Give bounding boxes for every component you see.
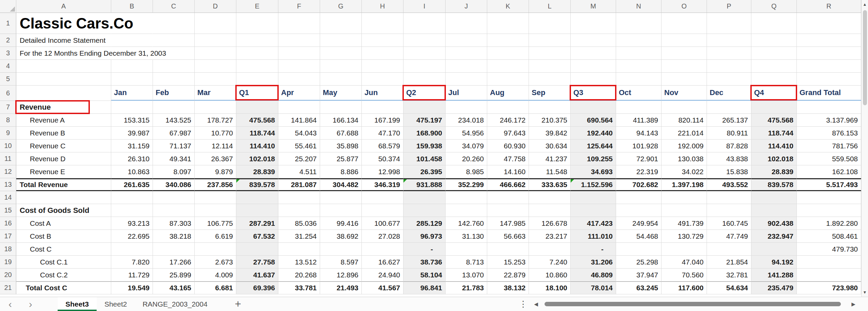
cell-D4[interactable] (195, 60, 236, 73)
cell-I18[interactable]: - (403, 243, 446, 256)
cell-P5[interactable] (707, 73, 751, 86)
cell-N10[interactable]: 101.928 (616, 140, 662, 152)
cell-I13[interactable]: 931.888 (403, 178, 446, 191)
cell-A20[interactable]: Cost C.2 (16, 269, 111, 281)
cell-K14[interactable] (487, 191, 529, 204)
cell-N21[interactable]: 63.245 (616, 281, 662, 294)
cell-H16[interactable]: 100.677 (362, 217, 403, 230)
cell-M16[interactable]: 417.423 (571, 217, 616, 230)
column-header-H[interactable]: H (362, 0, 403, 13)
cell-B16[interactable]: 93.213 (111, 217, 153, 230)
cell-H9[interactable]: 47.170 (362, 127, 403, 140)
cell-J17[interactable]: 31.130 (446, 230, 487, 243)
hscroll-right-icon[interactable]: ▶ (848, 297, 859, 311)
cell-B20[interactable]: 11.729 (111, 269, 153, 281)
cell-L10[interactable]: 30.634 (529, 140, 571, 152)
cell-N4[interactable] (616, 60, 662, 73)
cell-G15[interactable] (320, 204, 362, 217)
cell-L1[interactable] (529, 13, 571, 34)
add-sheet-button[interactable]: + (229, 297, 247, 311)
cell-K12[interactable]: 14.160 (487, 165, 529, 178)
cell-A17[interactable]: Cost B (16, 230, 111, 243)
cell-H21[interactable]: 41.567 (362, 281, 403, 294)
cell-C4[interactable] (153, 60, 195, 73)
cell-G10[interactable]: 35.898 (320, 140, 362, 152)
cell-C9[interactable]: 67.987 (153, 127, 195, 140)
cell-C10[interactable]: 71.137 (153, 140, 195, 152)
cell-M4[interactable] (571, 60, 616, 73)
cell-B9[interactable]: 39.987 (111, 127, 153, 140)
sheet-nav-next-icon[interactable]: › (20, 297, 41, 311)
column-header-Q[interactable]: Q (751, 0, 797, 13)
cell-O2[interactable] (662, 34, 707, 47)
cell-I20[interactable]: 58.104 (403, 269, 446, 281)
cell-P10[interactable]: 87.828 (707, 140, 751, 152)
cell-M3[interactable] (571, 47, 616, 60)
cell-Q8[interactable]: 475.568 (751, 114, 797, 127)
cell-D12[interactable]: 9.879 (195, 165, 236, 178)
cell-B8[interactable]: 153.315 (111, 114, 153, 127)
cell-F18[interactable] (278, 243, 320, 256)
cell-A4[interactable] (16, 60, 111, 73)
cell-A19[interactable]: Cost C.1 (16, 256, 111, 269)
cell-M1[interactable] (571, 13, 616, 34)
cell-C18[interactable] (153, 243, 195, 256)
cell-N19[interactable]: 25.298 (616, 256, 662, 269)
cell-P4[interactable] (707, 60, 751, 73)
cell-H5[interactable] (362, 73, 403, 86)
cell-J5[interactable] (446, 73, 487, 86)
cell-H15[interactable] (362, 204, 403, 217)
cell-C20[interactable]: 25.899 (153, 269, 195, 281)
cell-C15[interactable] (153, 204, 195, 217)
cell-J14[interactable] (446, 191, 487, 204)
cell-G17[interactable]: 38.692 (320, 230, 362, 243)
cell-L3[interactable] (529, 47, 571, 60)
cell-C1[interactable] (153, 13, 195, 34)
cell-L18[interactable] (529, 243, 571, 256)
row-header-1[interactable]: 1 (0, 13, 16, 34)
cell-E21[interactable]: 69.396 (236, 281, 278, 294)
cell-R4[interactable] (797, 60, 861, 73)
cell-J9[interactable]: 54.956 (446, 127, 487, 140)
cell-G16[interactable]: 99.416 (320, 217, 362, 230)
cell-M5[interactable] (571, 73, 616, 86)
cell-E17[interactable]: 67.532 (236, 230, 278, 243)
cell-A2[interactable]: Detailed Income Statement (16, 34, 111, 47)
cell-G6[interactable]: May (320, 86, 362, 101)
select-all-corner[interactable] (0, 0, 16, 13)
cell-Q12[interactable]: 28.839 (751, 165, 797, 178)
cell-E12[interactable]: 28.839 (236, 165, 278, 178)
cell-I3[interactable] (403, 47, 446, 60)
cell-L17[interactable]: 23.217 (529, 230, 571, 243)
cell-L19[interactable]: 7.240 (529, 256, 571, 269)
cell-C21[interactable]: 43.165 (153, 281, 195, 294)
cell-L8[interactable]: 210.375 (529, 114, 571, 127)
row-header-20[interactable]: 20 (0, 269, 16, 281)
column-header-B[interactable]: B (111, 0, 153, 13)
cell-L16[interactable]: 126.678 (529, 217, 571, 230)
cell-H1[interactable] (362, 13, 403, 34)
cell-B10[interactable]: 31.159 (111, 140, 153, 152)
column-header-K[interactable]: K (487, 0, 529, 13)
column-header-R[interactable]: R (797, 0, 861, 13)
cell-C19[interactable]: 17.266 (153, 256, 195, 269)
cell-D18[interactable] (195, 243, 236, 256)
column-header-J[interactable]: J (446, 0, 487, 13)
column-header-F[interactable]: F (278, 0, 320, 13)
cell-N20[interactable]: 37.947 (616, 269, 662, 281)
cell-R12[interactable]: 162.108 (797, 165, 861, 178)
sheet-tab-range-2003-2004[interactable]: RANGE_2003_2004 (135, 297, 215, 311)
cell-B17[interactable]: 22.695 (111, 230, 153, 243)
column-header-I[interactable]: I (403, 0, 446, 13)
cell-E1[interactable] (236, 13, 278, 34)
cell-A6[interactable] (16, 86, 111, 101)
cell-O20[interactable]: 70.560 (662, 269, 707, 281)
column-header-G[interactable]: G (320, 0, 362, 13)
cell-I17[interactable]: 96.973 (403, 230, 446, 243)
cell-Q5[interactable] (751, 73, 797, 86)
cell-E15[interactable] (236, 204, 278, 217)
column-header-E[interactable]: E (236, 0, 278, 13)
cell-K6[interactable]: Aug (487, 86, 529, 101)
cell-P1[interactable] (707, 13, 751, 34)
cell-B19[interactable]: 7.820 (111, 256, 153, 269)
